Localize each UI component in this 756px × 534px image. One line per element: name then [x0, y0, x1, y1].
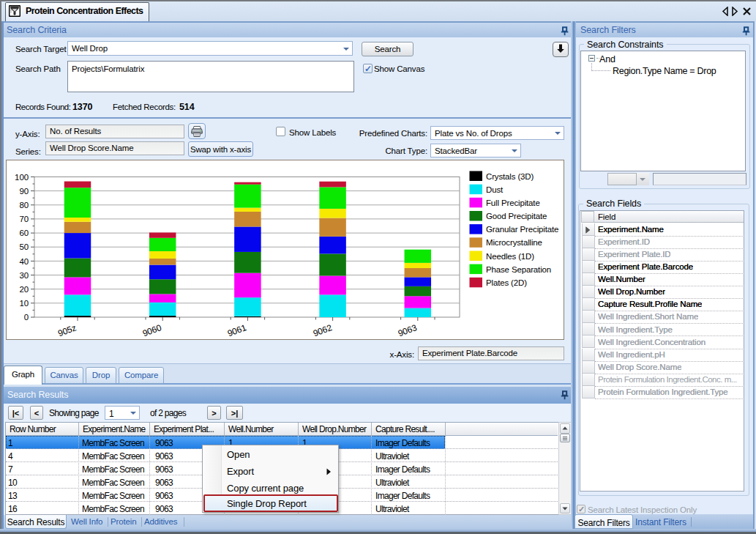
svg-text:Plates (2D): Plates (2D) — [486, 278, 527, 287]
svg-text:0: 0 — [24, 313, 29, 322]
svg-text:40: 40 — [19, 257, 29, 266]
svg-text:60: 60 — [19, 229, 29, 237]
svg-text:Good Precipitate: Good Precipitate — [486, 212, 547, 220]
svg-text:100: 100 — [15, 173, 29, 182]
svg-text:Crystals (3D): Crystals (3D) — [486, 172, 534, 181]
svg-text:9063: 9063 — [397, 322, 419, 338]
svg-text:Full Precipitate: Full Precipitate — [486, 199, 540, 207]
svg-text:9060: 9060 — [141, 322, 163, 338]
svg-text:905z: 905z — [56, 322, 78, 338]
svg-text:Granular Precipitate: Granular Precipitate — [486, 225, 558, 234]
svg-text:9062: 9062 — [312, 322, 334, 338]
svg-text:70: 70 — [19, 215, 29, 223]
svg-text:9061: 9061 — [226, 322, 248, 338]
svg-text:20: 20 — [19, 285, 29, 294]
svg-text:80: 80 — [19, 201, 29, 209]
svg-text:Needles (1D): Needles (1D) — [486, 252, 534, 261]
svg-text:Microcrystalline: Microcrystalline — [486, 238, 542, 247]
svg-text:90: 90 — [19, 187, 29, 196]
svg-text:50: 50 — [19, 242, 29, 251]
svg-text:Phase Separation: Phase Separation — [486, 265, 551, 274]
svg-text:Dust: Dust — [486, 185, 504, 194]
svg-text:10: 10 — [19, 299, 29, 308]
svg-text:30: 30 — [19, 271, 29, 280]
